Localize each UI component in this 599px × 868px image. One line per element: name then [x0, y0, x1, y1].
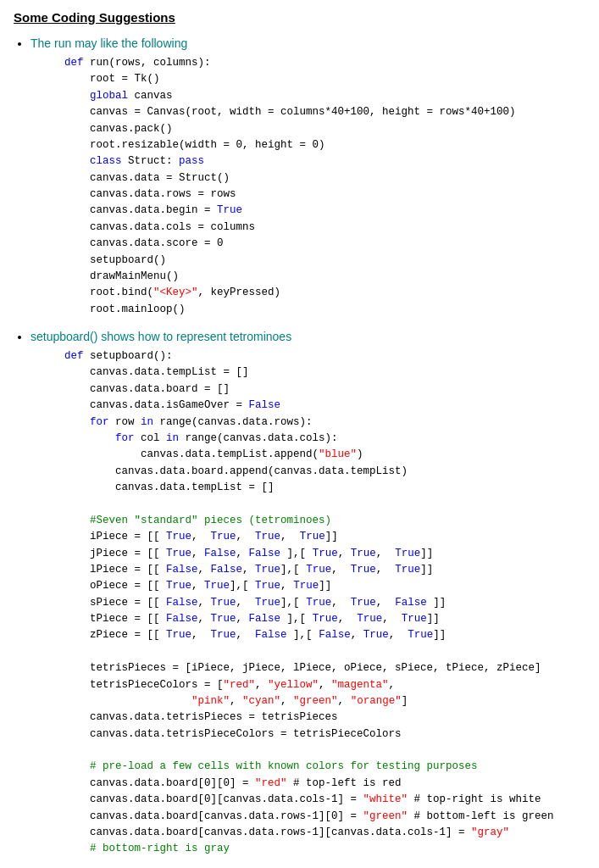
bullet-2: setupboard() shows how to represent tetr…: [31, 330, 585, 868]
page-title: Some Coding Suggestions: [14, 10, 585, 25]
bullet-1: The run may like the following def run(r…: [31, 36, 585, 318]
code-block-1: def run(rows, columns): root = Tk() glob…: [64, 55, 585, 318]
bullet-2-text: setupboard() shows how to represent tetr…: [31, 330, 291, 343]
bullet-1-text: The run may like the following: [31, 36, 187, 50]
code-block-2: def setupboard(): canvas.data.tempList =…: [64, 348, 585, 868]
